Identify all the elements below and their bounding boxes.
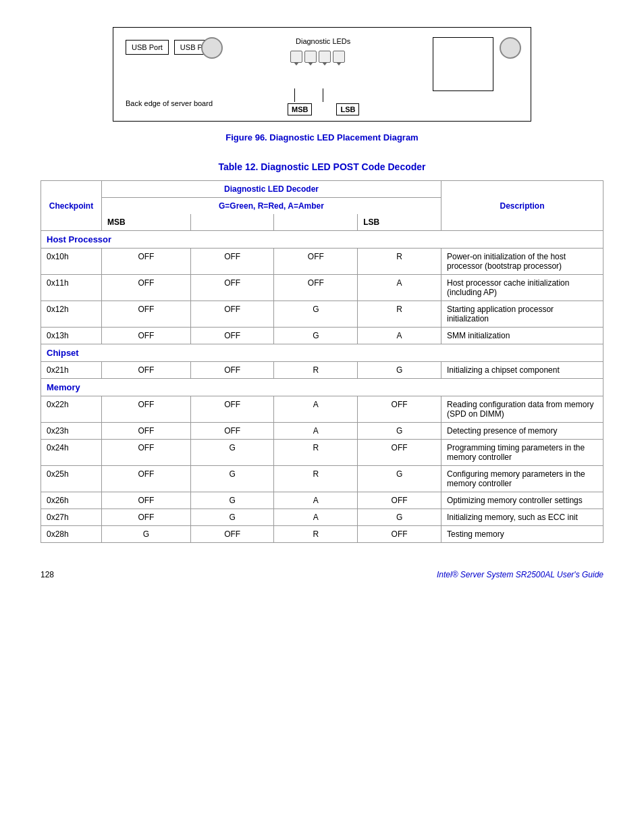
checkpoint-cell: 0x28h xyxy=(41,526,102,543)
section-header-row: Host Processor xyxy=(41,231,603,249)
right-rect xyxy=(433,37,493,91)
led-cell: OFF xyxy=(102,440,191,466)
led-cell: R xyxy=(358,301,441,328)
led-cell: OFF xyxy=(190,362,274,379)
table-row: 0x11hOFFOFFOFFAHost processor cache init… xyxy=(41,275,603,301)
led-cell: OFF xyxy=(190,328,274,344)
msb-label: MSB xyxy=(288,103,312,115)
led-cell: A xyxy=(274,423,358,440)
checkpoint-cell: 0x22h xyxy=(41,396,102,423)
guide-title: Intel® Server System SR2500AL User's Gui… xyxy=(437,570,603,579)
led-cell: OFF xyxy=(190,301,274,328)
led-cell: G xyxy=(274,301,358,328)
section-header-row: Memory xyxy=(41,379,603,396)
page-number: 128 xyxy=(41,570,54,579)
led-cell: OFF xyxy=(102,396,191,423)
led-cell: G xyxy=(190,492,274,509)
led-cell: OFF xyxy=(358,526,441,543)
checkpoint-cell: 0x11h xyxy=(41,275,102,301)
table-row: 0x12hOFFOFFGRStarting application proces… xyxy=(41,301,603,328)
led-cell: OFF xyxy=(274,249,358,275)
checkpoint-cell: 0x27h xyxy=(41,509,102,526)
table-row: 0x27hOFFGAGInitializing memory, such as … xyxy=(41,509,603,526)
led-cell: OFF xyxy=(190,275,274,301)
diagram-box: USB Port USB Port Diagnostic LEDs Back e… xyxy=(113,27,531,122)
circle-right-icon xyxy=(500,37,521,59)
checkpoint-cell: 0x12h xyxy=(41,301,102,328)
col3-header xyxy=(274,214,358,231)
led-cell: OFF xyxy=(102,328,191,344)
checkpoint-cell: 0x24h xyxy=(41,440,102,466)
description-cell: Host processor cache initialization (inc… xyxy=(441,275,603,301)
led-cell: R xyxy=(274,362,358,379)
led-post-code-table: Checkpoint Diagnostic LED Decoder Descri… xyxy=(41,180,603,543)
led-icon-3 xyxy=(319,51,331,63)
led-cell: G xyxy=(190,509,274,526)
table-row: 0x22hOFFOFFAOFFReading configuration dat… xyxy=(41,396,603,423)
led-cell: OFF xyxy=(190,396,274,423)
led-cell: R xyxy=(274,526,358,543)
led-cell: OFF xyxy=(102,275,191,301)
table-row: 0x23hOFFOFFAGDetecting presence of memor… xyxy=(41,423,603,440)
led-cell: OFF xyxy=(102,249,191,275)
led-cell: A xyxy=(358,328,441,344)
table-row: 0x28hGOFFROFFTesting memory xyxy=(41,526,603,543)
description-cell: SMM initialization xyxy=(441,328,603,344)
checkpoint-cell: 0x13h xyxy=(41,328,102,344)
description-cell: Reading configuration data from memory (… xyxy=(441,396,603,423)
section-header-row: Chipset xyxy=(41,344,603,362)
led-cell: OFF xyxy=(358,440,441,466)
checkpoint-header: Checkpoint xyxy=(41,181,102,231)
led-cell: G xyxy=(358,509,441,526)
msb-lsb-area: MSB LSB xyxy=(288,103,359,115)
checkpoint-cell: 0x21h xyxy=(41,362,102,379)
led-icon-1 xyxy=(290,51,302,63)
checkpoint-cell: 0x25h xyxy=(41,466,102,492)
description-cell: Initializing memory, such as ECC init xyxy=(441,509,603,526)
table-header-row: Checkpoint Diagnostic LED Decoder Descri… xyxy=(41,181,603,198)
msb-col-header: MSB xyxy=(102,214,191,231)
diag-leds-label: Diagnostic LEDs xyxy=(296,37,350,45)
led-cell: OFF xyxy=(190,423,274,440)
led-decoder-header: Diagnostic LED Decoder xyxy=(102,181,441,198)
description-cell: Programming timing parameters in the mem… xyxy=(441,440,603,466)
led-cell: OFF xyxy=(358,396,441,423)
table-row: 0x21hOFFOFFRGInitializing a chipset comp… xyxy=(41,362,603,379)
circle-left-icon xyxy=(201,37,223,59)
led-cell: R xyxy=(274,466,358,492)
led-icon-4 xyxy=(333,51,345,63)
section-name: Host Processor xyxy=(41,231,603,249)
led-cell: OFF xyxy=(102,509,191,526)
led-cell: G xyxy=(358,423,441,440)
led-cell: A xyxy=(274,509,358,526)
description-cell: Testing memory xyxy=(441,526,603,543)
table-row: 0x10hOFFOFFOFFRPower-on initialization o… xyxy=(41,249,603,275)
section-name: Chipset xyxy=(41,344,603,362)
led-cell: OFF xyxy=(102,362,191,379)
checkpoint-cell: 0x26h xyxy=(41,492,102,509)
led-cell: OFF xyxy=(102,301,191,328)
lsb-label: LSB xyxy=(336,103,359,115)
led-cell: OFF xyxy=(102,492,191,509)
footer: 128 Intel® Server System SR2500AL User's… xyxy=(41,570,603,579)
led-cell: OFF xyxy=(102,423,191,440)
lsb-col-header: LSB xyxy=(358,214,441,231)
description-cell: Starting application processor initializ… xyxy=(441,301,603,328)
led-cell: G xyxy=(358,362,441,379)
arrow-line-lsb xyxy=(323,88,323,102)
checkpoint-cell: 0x23h xyxy=(41,423,102,440)
description-header: Description xyxy=(441,181,603,231)
led-cell: OFF xyxy=(190,526,274,543)
usb-port-1: USB Port xyxy=(126,40,169,55)
description-cell: Initializing a chipset component xyxy=(441,362,603,379)
table-row: 0x26hOFFGAOFFOptimizing memory controlle… xyxy=(41,492,603,509)
arrow-line-msb xyxy=(294,88,295,102)
description-cell: Configuring memory parameters in the mem… xyxy=(441,466,603,492)
back-edge-label: Back edge of server board xyxy=(126,99,213,107)
led-cell: G xyxy=(190,466,274,492)
led-cell: R xyxy=(358,249,441,275)
led-cell: G xyxy=(102,526,191,543)
led-cell: G xyxy=(358,466,441,492)
section-name: Memory xyxy=(41,379,603,396)
led-icon-2 xyxy=(304,51,317,63)
